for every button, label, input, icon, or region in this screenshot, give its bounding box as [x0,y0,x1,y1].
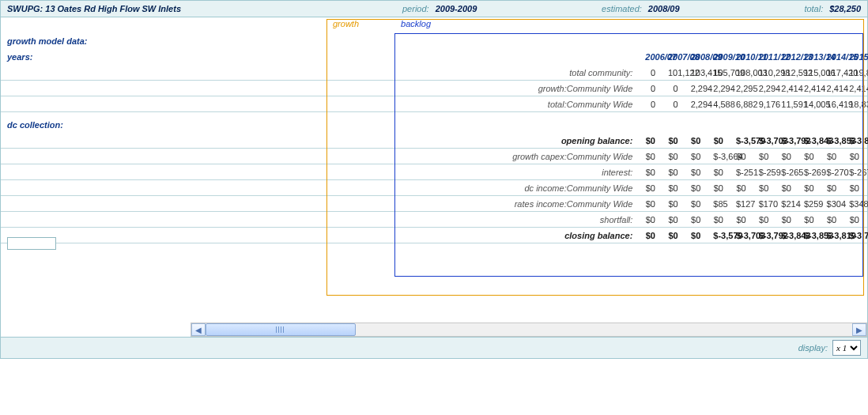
row-years: years: 2006/07 2007/08 2008/09 2009/10 2… [1,49,867,65]
header-bar: SWUPG: 13 Oates Rd High Flow SW Inlets p… [1,1,867,17]
row-closing: closing balance: $0$0$0$-3,579$-3,703$-3… [1,228,867,243]
row-growth-capex: growth capex:Community Wide $0$0$0$-3,66… [1,149,867,164]
section-dc-collection: dc collection: [1,117,640,133]
row-growth-cw: growth:Community Wide 002,2942,2942,2952… [1,81,867,96]
row-opening: opening balance: $0$0$0$0$-3,579$-3,703$… [1,133,867,149]
estimated-label: estimated: [602,4,642,13]
scroll-thumb[interactable] [206,323,356,336]
row-dc-income: dc income:Community Wide $0$0$0$0$0$0$0$… [1,180,867,196]
scroll-left-icon[interactable]: ◀ [191,323,206,336]
display-label: display: [798,343,828,353]
app-panel: SWUPG: 13 Oates Rd High Flow SW Inlets p… [0,0,868,359]
total-label: total: [804,4,823,13]
horizontal-scrollbar[interactable]: ◀ ▶ [191,323,867,337]
total-value: $28,250 [829,4,861,13]
scroll-right-icon[interactable]: ▶ [852,323,866,336]
period-value: 2009-2009 [436,4,477,13]
row-total-community: total community: 0101,122103,415105,7091… [1,65,867,81]
scroll-track[interactable] [206,323,852,336]
shortfall-input[interactable] [7,237,56,250]
row-shortfall: shortfall: $0$0$0$0$0$0$0$0$0$0 [1,212,867,228]
data-grid: growth model data: years: 2006/07 2007/0… [1,33,867,243]
footer-bar: display: x 1 [1,337,867,358]
page-title: SWUPG: 13 Oates Rd High Flow SW Inlets [7,4,402,13]
year-col: 2006/07 [640,49,663,65]
row-interest: interest: $0$0$0$0$-251$-259$-265$-269$-… [1,164,867,180]
period-label: period: [402,4,429,13]
row-total-cw: total:Community Wide 002,2944,5886,8829,… [1,96,867,112]
estimated-value: 2008/09 [648,4,680,13]
display-select[interactable]: x 1 [832,340,861,356]
section-growth-model: growth model data: [1,33,640,49]
years-label: years: [1,49,640,65]
row-rates-income: rates income:Community Wide $0$0$0$85$12… [1,196,867,212]
